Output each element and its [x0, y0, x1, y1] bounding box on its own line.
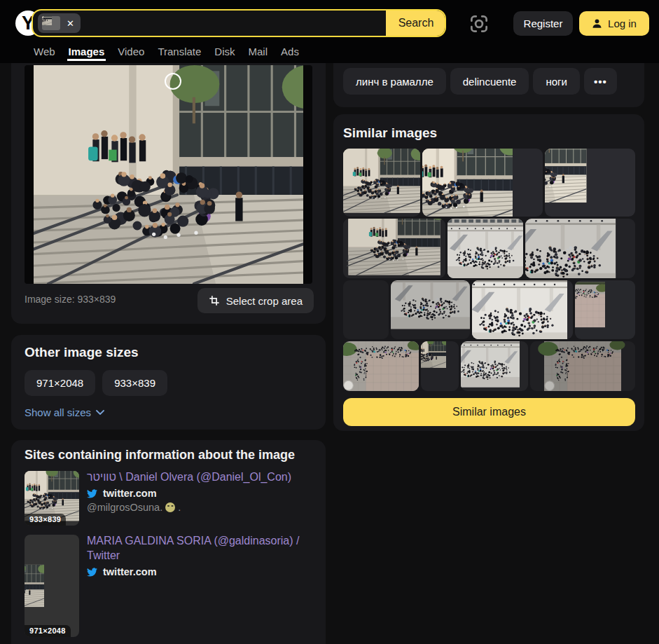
- related-tag-button[interactable]: ноги: [533, 68, 579, 95]
- similar-image-thumb[interactable]: [525, 219, 635, 278]
- site-result-title-link[interactable]: טוויטר \ Daniel Olvera (@Daniel_Ol_Con): [87, 470, 318, 484]
- image-viewer-card: Image size: 933×839 Select crop area: [11, 45, 326, 324]
- show-all-sizes-label: Show all sizes: [25, 406, 91, 418]
- login-button[interactable]: Log in: [579, 11, 649, 36]
- site-domain[interactable]: twitter.com: [103, 566, 157, 577]
- clear-query-icon[interactable]: ✕: [67, 19, 74, 28]
- query-image[interactable]: [25, 65, 312, 284]
- similar-image-thumb[interactable]: [530, 341, 635, 391]
- register-button[interactable]: Register: [513, 11, 573, 36]
- tab-web[interactable]: Web: [32, 46, 57, 57]
- top-bar: Y ✕ Search Register Log in Web Images Vi: [0, 0, 659, 63]
- login-label: Log in: [608, 18, 637, 29]
- show-all-sizes-link[interactable]: Show all sizes: [25, 406, 104, 418]
- similar-images-button[interactable]: Similar images: [343, 398, 635, 426]
- crop-icon: [209, 295, 220, 306]
- thumbnail-size-badge: 971×2048: [25, 625, 71, 637]
- moon-face-emoji: [165, 502, 175, 512]
- site-domain[interactable]: twitter.com: [103, 488, 157, 499]
- site-result-thumbnail[interactable]: 971×2048: [25, 535, 79, 637]
- sites-title: Sites containing information about the i…: [25, 448, 295, 463]
- similar-image-thumb[interactable]: [343, 280, 389, 339]
- select-crop-area-button[interactable]: Select crop area: [197, 288, 314, 313]
- tab-images[interactable]: Images: [67, 46, 106, 57]
- search-button[interactable]: Search: [386, 9, 446, 37]
- tab-mail[interactable]: Mail: [247, 46, 270, 57]
- similar-image-thumb[interactable]: [343, 149, 420, 217]
- tab-translate[interactable]: Translate: [156, 46, 202, 57]
- crop-button-label: Select crop area: [226, 295, 303, 307]
- more-tags-button[interactable]: •••: [584, 68, 617, 95]
- related-tag-button[interactable]: delincuente: [450, 68, 529, 95]
- similar-image-thumb[interactable]: [575, 280, 635, 339]
- tab-ads[interactable]: Ads: [279, 46, 300, 57]
- other-sizes-title: Other image sizes: [25, 345, 139, 360]
- search-input[interactable]: [81, 11, 386, 36]
- user-icon: [592, 18, 602, 29]
- similar-image-thumb[interactable]: [391, 280, 470, 339]
- tab-video[interactable]: Video: [116, 46, 146, 57]
- size-option-971x2048[interactable]: 971×2048: [25, 370, 95, 396]
- similar-image-thumb[interactable]: [461, 341, 528, 391]
- site-result-thumbnail[interactable]: 933×839: [25, 471, 79, 526]
- related-tag-button[interactable]: линч в рамалле: [343, 68, 446, 95]
- similar-image-thumb[interactable]: [448, 219, 523, 278]
- similar-image-thumb[interactable]: [422, 149, 543, 217]
- crop-handle[interactable]: [165, 73, 181, 90]
- image-size-label: Image size: 933×839: [25, 294, 116, 305]
- image-query-chip[interactable]: ✕: [38, 13, 81, 33]
- chevron-down-icon: [96, 410, 104, 415]
- similar-image-thumb[interactable]: [421, 341, 459, 391]
- query-image-thumbnail: [42, 16, 60, 30]
- site-result-title-link[interactable]: MARIA GALDINA SORIA (@galdinasoria) / Tw…: [87, 533, 318, 563]
- image-search-camera-icon[interactable]: [466, 12, 492, 37]
- site-snippet: @milgrosOsuna..: [87, 502, 318, 513]
- similar-image-thumb[interactable]: [343, 219, 445, 278]
- size-option-933x839[interactable]: 933×839: [102, 370, 167, 396]
- twitter-icon: [87, 488, 97, 499]
- similar-image-thumb[interactable]: [472, 280, 573, 339]
- tab-disk[interactable]: Disk: [213, 46, 236, 57]
- site-result: טוויטר \ Daniel Olvera (@Daniel_Ol_Con) …: [87, 470, 318, 513]
- similar-images-card: Similar images Similar images: [333, 114, 644, 431]
- thumbnail-size-badge: 933×839: [25, 514, 66, 526]
- similar-images-title: Similar images: [343, 125, 437, 141]
- sites-card: Sites containing information about the i…: [11, 440, 326, 644]
- other-sizes-card: Other image sizes 971×2048 933×839 Show …: [11, 335, 326, 430]
- similar-images-grid: [343, 149, 635, 393]
- twitter-icon: [87, 567, 97, 577]
- service-tabs: Web Images Video Translate Disk Mail Ads: [32, 42, 300, 60]
- site-result: MARIA GALDINA SORIA (@galdinasoria) / Tw…: [87, 533, 318, 577]
- search-bar[interactable]: ✕ Search: [32, 9, 446, 37]
- similar-image-thumb[interactable]: [545, 149, 635, 217]
- similar-image-thumb[interactable]: [343, 341, 419, 391]
